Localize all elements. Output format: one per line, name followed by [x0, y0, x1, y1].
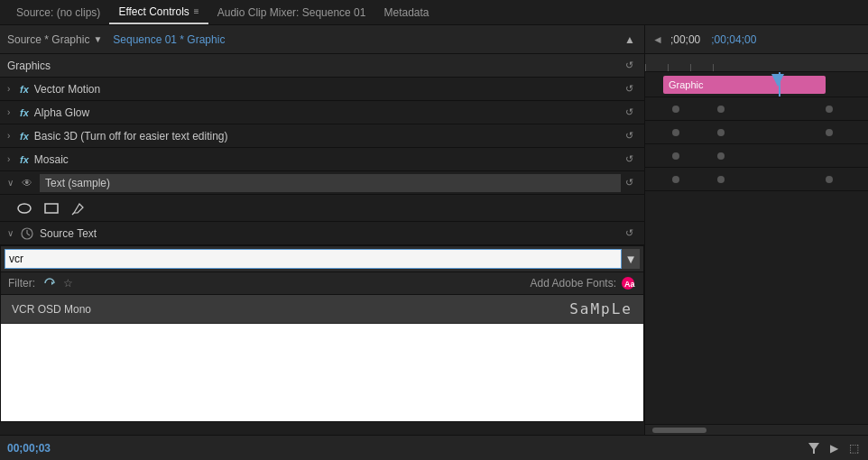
graphic-bar[interactable]: Graphic: [663, 76, 826, 94]
source-text-expand-arrow[interactable]: ∨: [7, 228, 18, 238]
clock-icon: [20, 226, 34, 241]
timeline-dot: [717, 106, 725, 113]
svg-rect-1: [45, 204, 58, 213]
timeline-dot: [717, 176, 725, 183]
timeline-row-vector-motion: [645, 97, 868, 121]
right-panel: ◄ ;00;00 ;00;04;00 Graphic: [645, 25, 868, 435]
timeline-dot: [826, 176, 833, 183]
timeline-scrollbar[interactable]: [652, 428, 706, 433]
font-list: VCR OSD Mono SaMpLe: [1, 295, 643, 421]
font-item-vcr-osd-mono[interactable]: VCR OSD Mono SaMpLe: [1, 295, 643, 324]
graphics-section-header: Graphics ↺: [0, 54, 644, 78]
timeline-dot: [672, 106, 679, 113]
shape-tools-row: [0, 195, 644, 222]
timecode-start: ;00;00: [670, 33, 700, 46]
ruler-mark: [668, 64, 669, 71]
svg-line-5: [27, 234, 30, 235]
visibility-icon[interactable]: 👁: [20, 176, 34, 190]
expand-arrow[interactable]: ›: [7, 84, 18, 94]
bottom-timecode: 00;00;03: [7, 442, 51, 455]
timeline-dot: [672, 152, 679, 160]
sequence-label[interactable]: Sequence 01 * Graphic: [113, 33, 225, 46]
timeline-header: ◄ ;00;00 ;00;04;00: [645, 25, 868, 54]
playhead: [779, 72, 780, 97]
main-area: Source * Graphic ▼ Sequence 01 * Graphic…: [0, 25, 868, 435]
section-reset-icon[interactable]: ↺: [621, 58, 637, 74]
font-search-area: ▼ Filter: ☆ Add Adobe Fonts:: [0, 245, 644, 422]
text-layer-row: ∨ 👁 Text (sample) ↺: [0, 171, 644, 195]
effects-list: Graphics ↺ › fx Vector Motion ↺ › fx Alp…: [0, 54, 644, 435]
svg-point-0: [18, 204, 31, 213]
star-icon[interactable]: ☆: [60, 276, 75, 290]
export-icon[interactable]: ⬚: [846, 441, 861, 455]
pen-tool[interactable]: [69, 198, 88, 218]
tab-source[interactable]: Source: (no clips): [7, 0, 109, 24]
text-expand-arrow[interactable]: ∨: [7, 178, 18, 188]
ruler-marks: [645, 54, 868, 71]
effect-row-vector-motion: › fx Vector Motion ↺: [0, 78, 644, 101]
fx-badge: fx: [20, 154, 29, 165]
reset-icon-alpha-glow[interactable]: ↺: [621, 105, 637, 121]
tab-bar: Source: (no clips) Effect Controls ≡ Aud…: [0, 0, 868, 25]
fx-badge: fx: [20, 131, 29, 142]
effect-row-basic-3d: › fx Basic 3D (Turn off for easier text …: [0, 124, 644, 148]
effect-row-alpha-glow: › fx Alpha Glow ↺: [0, 101, 644, 124]
source-arrow-icon: ▼: [93, 34, 102, 44]
adobe-fonts-label: Add Adobe Fonts:: [531, 277, 616, 290]
svg-text:Aa: Aa: [624, 280, 635, 289]
ruler-mark: [690, 64, 691, 71]
filter-refresh-icon[interactable]: [42, 276, 57, 290]
reset-icon-basic-3d[interactable]: ↺: [621, 128, 637, 144]
timeline-dot: [717, 129, 725, 136]
reset-icon-text[interactable]: ↺: [621, 175, 637, 191]
filter-row: Filter: ☆ Add Adobe Fonts: Aa: [1, 271, 643, 295]
fx-badge: fx: [20, 84, 29, 95]
rectangle-tool[interactable]: [42, 198, 61, 218]
expand-arrow[interactable]: ›: [7, 131, 18, 141]
ruler-mark: [713, 64, 714, 71]
timeline-row-basic-3d: [645, 144, 868, 168]
source-selector[interactable]: Source * Graphic ▼: [7, 33, 102, 46]
expand-arrow[interactable]: ›: [7, 107, 18, 117]
timeline-dot: [717, 152, 725, 160]
tab-audio-mixer[interactable]: Audio Clip Mixer: Sequence 01: [208, 0, 375, 24]
timecode-end: ;00;04;00: [711, 33, 756, 46]
effect-row-mosaic: › fx Mosaic ↺: [0, 148, 644, 171]
ellipse-tool[interactable]: [14, 198, 34, 218]
timeline-dot: [826, 129, 833, 136]
graphic-bar-row: Graphic: [645, 72, 868, 97]
play-icon[interactable]: ▶: [826, 441, 841, 455]
adobe-fonts-icon[interactable]: Aa: [620, 275, 636, 291]
reset-icon-vector-motion[interactable]: ↺: [621, 81, 637, 97]
tab-metadata[interactable]: Metadata: [374, 0, 438, 24]
reset-icon-mosaic[interactable]: ↺: [621, 152, 637, 168]
timeline-dot: [826, 106, 833, 113]
timeline-ruler: [645, 54, 868, 72]
funnel-icon[interactable]: [807, 441, 821, 455]
scroll-up-button[interactable]: ▲: [623, 32, 637, 47]
timeline-row-alpha-glow: [645, 121, 868, 144]
source-text-row: ∨ Source Text ↺: [0, 222, 644, 245]
font-input-row: ▼: [1, 246, 643, 271]
tab-menu-icon: ≡: [194, 6, 199, 16]
timeline-dot: [672, 176, 679, 183]
timeline-nav-button[interactable]: ◄: [652, 33, 663, 46]
timeline-dot: [672, 129, 679, 136]
bottom-bar: 00;00;03 ▶ ⬚: [0, 435, 868, 460]
ruler-mark: [645, 64, 646, 71]
font-dropdown-button[interactable]: ▼: [622, 249, 640, 269]
font-search-input[interactable]: [5, 249, 622, 269]
reset-icon-source-text[interactable]: ↺: [621, 225, 637, 242]
font-empty-area: [1, 324, 643, 421]
filter-label: Filter:: [8, 277, 35, 290]
tab-effect-controls[interactable]: Effect Controls ≡: [109, 0, 208, 24]
sub-header: Source * Graphic ▼ Sequence 01 * Graphic…: [0, 25, 644, 54]
text-label: Text (sample): [40, 174, 621, 192]
svg-marker-9: [808, 443, 819, 454]
fx-badge: fx: [20, 107, 29, 118]
timeline-empty-area: [645, 191, 868, 424]
left-panel: Source * Graphic ▼ Sequence 01 * Graphic…: [0, 25, 645, 435]
expand-arrow[interactable]: ›: [7, 154, 18, 164]
timeline-row-mosaic: [645, 168, 868, 191]
svg-line-2: [72, 213, 74, 215]
